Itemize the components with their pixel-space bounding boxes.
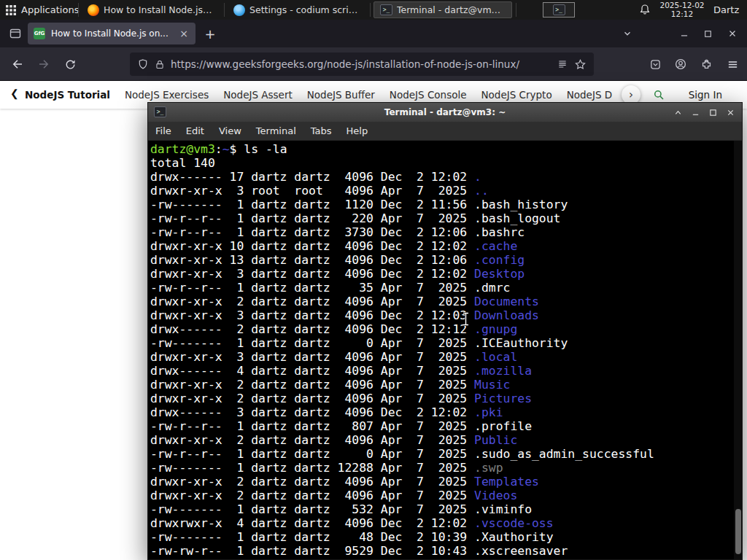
taskbar-item-codium[interactable]: Settings - codium script...: [228, 1, 366, 18]
menu-edit[interactable]: Edit: [179, 125, 212, 136]
window-minimize-button[interactable]: [674, 23, 694, 44]
firefox-view-button[interactable]: [6, 24, 25, 43]
extensions-icon: [700, 58, 713, 71]
terminal-line: -rw-rw-r-- 1 dartz dartz 9529 Dec 2 10:4…: [150, 544, 742, 558]
menu-tabs[interactable]: Tabs: [303, 125, 339, 136]
panel-separator: [78, 3, 79, 17]
tab-close-icon[interactable]: ×: [178, 27, 190, 40]
directory-name: Music: [474, 378, 510, 392]
browser-toolbar: https://www.geeksforgeeks.org/node-js/in…: [0, 47, 747, 81]
browser-tab[interactable]: GfG How to Install Node.js on... ×: [28, 23, 196, 44]
file-name: .viminfo: [474, 502, 532, 516]
nav-item-assert[interactable]: NodeJS Assert: [223, 89, 293, 101]
taskbar-item-browser[interactable]: How to Install Node.js o...: [82, 1, 220, 18]
scrollbar-thumb[interactable]: [735, 509, 741, 554]
workspace-switcher[interactable]: >_: [543, 2, 575, 18]
file-name: .dmrc: [474, 281, 510, 295]
new-tab-button[interactable]: +: [201, 25, 219, 42]
directory-name: Pictures: [474, 392, 532, 405]
reload-icon: [64, 58, 77, 71]
applications-label: Applications: [21, 4, 79, 15]
menu-file[interactable]: File: [148, 125, 179, 136]
directory-name: .cache: [474, 239, 517, 253]
bookmark-star-icon[interactable]: [574, 58, 587, 71]
directory-name: .config: [474, 253, 525, 267]
chevron-up-icon: [674, 109, 682, 117]
terminal-line: -rw-r--r-- 1 dartz dartz 3730 Dec 2 12:0…: [150, 225, 742, 239]
terminal-shade-button[interactable]: [669, 104, 686, 121]
terminal-line: -rw-r--r-- 1 dartz dartz 0 Apr 7 2025 .s…: [150, 447, 742, 461]
window-maximize-button[interactable]: [697, 23, 718, 44]
panel-clock[interactable]: 2025-12-02 12:12: [659, 1, 705, 18]
prompt-separator: :: [215, 142, 222, 156]
terminal-line: drwxr-xr-x 3 root root 4096 Apr 7 2025 .…: [150, 184, 742, 198]
geeksforgeeks-favicon: GfG: [34, 28, 45, 39]
menu-view[interactable]: View: [212, 125, 249, 136]
nav-item-tutorial[interactable]: NodeJS Tutorial: [25, 89, 110, 101]
terminal-output[interactable]: dartz@vm3:~$ ls -la total 140 drwx------…: [148, 141, 742, 559]
panel-separator: [516, 3, 516, 17]
directory-name: Public: [474, 433, 517, 447]
reader-view-icon[interactable]: [557, 58, 568, 70]
menu-button[interactable]: [722, 54, 743, 74]
file-name: .swp: [474, 461, 503, 475]
pocket-icon: [649, 58, 662, 71]
back-button[interactable]: [7, 54, 28, 74]
tab-list-button[interactable]: [617, 23, 638, 44]
reload-button[interactable]: [60, 54, 80, 74]
text-cursor: [462, 312, 470, 326]
desktop-panel: Applications How to Install Node.js o...…: [0, 0, 747, 20]
chevron-down-icon: [622, 28, 632, 39]
directory-name: .mozilla: [474, 364, 532, 378]
nav-item-crypto[interactable]: NodeJS Crypto: [481, 89, 552, 101]
file-name: .profile: [474, 419, 532, 433]
taskbar-item-terminal[interactable]: >_ Terminal - dartz@vm3: ~: [374, 1, 512, 18]
terminal-line: drwxr-xr-x 2 dartz dartz 4096 Apr 7 2025…: [150, 475, 742, 489]
nav-item-buffer[interactable]: NodeJS Buffer: [307, 89, 375, 101]
menu-help[interactable]: Help: [339, 125, 376, 136]
taskbar-label: Settings - codium script...: [249, 4, 360, 15]
directory-name: Desktop: [474, 267, 525, 281]
file-name: .xscreensaver: [474, 544, 568, 558]
forward-icon: [37, 58, 50, 71]
extensions-button[interactable]: [696, 54, 716, 74]
sign-in-button[interactable]: Sign In: [689, 89, 722, 101]
terminal-line: -rw------- 1 dartz dartz 0 Apr 7 2025 .I…: [150, 336, 742, 350]
terminal-scrollbar[interactable]: [734, 141, 742, 559]
taskbar-label: How to Install Node.js o...: [104, 4, 214, 15]
nav-item-exercises[interactable]: NodeJS Exercises: [125, 89, 209, 101]
terminal-maximize-button[interactable]: [704, 104, 721, 121]
terminal-close-button[interactable]: [721, 104, 739, 121]
terminal-line: -rw------- 1 dartz dartz 1120 Dec 2 11:5…: [150, 198, 742, 211]
nav-item-console[interactable]: NodeJS Console: [390, 89, 467, 101]
applications-menu-button[interactable]: Applications: [0, 0, 88, 20]
prompt-dollar: $: [230, 142, 244, 156]
terminal-line: drwxr-xr-x 13 dartz dartz 4096 Dec 2 12:…: [150, 253, 742, 267]
hamburger-menu-icon: [727, 58, 739, 71]
nav-item-dns[interactable]: NodeJS DNS: [567, 89, 613, 101]
terminal-close-icon: [727, 109, 735, 117]
nav-scroll-left-icon[interactable]: ❮: [10, 88, 19, 99]
terminal-line: drwxr-xr-x 3 dartz dartz 4096 Dec 2 12:0…: [150, 308, 742, 322]
file-name: .bash_history: [474, 198, 568, 211]
directory-name: .local: [474, 350, 517, 364]
terminal-title-bar[interactable]: >_ Terminal - dartz@vm3: ~: [148, 103, 742, 122]
forward-button[interactable]: [34, 54, 54, 74]
directory-name: .pki: [474, 405, 503, 419]
account-icon: [674, 58, 687, 71]
url-bar[interactable]: https://www.geeksforgeeks.org/node-js/in…: [130, 52, 594, 76]
account-button[interactable]: [670, 54, 691, 74]
notification-button[interactable]: [639, 4, 651, 15]
terminal-minimize-button[interactable]: [686, 104, 704, 121]
search-button[interactable]: [652, 88, 665, 101]
menu-terminal[interactable]: Terminal: [249, 125, 303, 136]
pocket-button[interactable]: [645, 54, 665, 74]
directory-name: Templates: [474, 475, 539, 489]
bell-icon: [639, 4, 651, 15]
window-close-button[interactable]: [722, 23, 743, 44]
directory-name: Documents: [474, 295, 539, 308]
terminal-line: drwxr-xr-x 2 dartz dartz 4096 Apr 7 2025…: [150, 489, 742, 502]
terminal-line: drwxr-xr-x 2 dartz dartz 4096 Apr 7 2025…: [150, 378, 742, 392]
terminal-window: >_ Terminal - dartz@vm3: ~ File Edit Vie…: [147, 102, 743, 560]
applications-grid-icon: [6, 5, 16, 15]
